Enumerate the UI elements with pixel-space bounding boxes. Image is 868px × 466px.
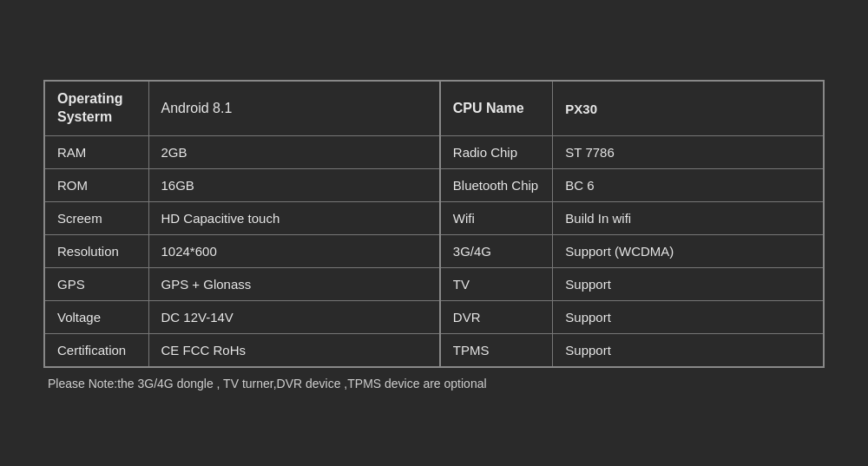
wifi-label: Wifi [440, 201, 553, 234]
os-label: OperatingSysterm [44, 81, 148, 135]
gps-value: GPS + Glonass [148, 267, 440, 300]
cpu-label: CPU Name [440, 81, 553, 135]
table-row: OperatingSysterm Android 8.1 CPU Name PX… [44, 81, 824, 135]
tv-label: TV [440, 267, 553, 300]
dvr-label: DVR [440, 300, 553, 333]
gps-label: GPS [44, 267, 148, 300]
table-row: ROM 16GB Bluetooth Chip BC 6 [44, 168, 824, 201]
radio-chip-value: ST 7786 [553, 135, 824, 168]
table-row: Resolution 1024*600 3G/4G Support (WCDMA… [44, 234, 824, 267]
cpu-value: PX30 [553, 81, 824, 135]
dvr-value: Support [553, 300, 824, 333]
os-value: Android 8.1 [148, 81, 440, 135]
resolution-value: 1024*600 [148, 234, 440, 267]
certification-label: Certification [44, 333, 148, 367]
voltage-label: Voltage [44, 300, 148, 333]
wifi-value: Build In wifi [553, 201, 824, 234]
radio-chip-label: Radio Chip [440, 135, 553, 168]
table-row: RAM 2GB Radio Chip ST 7786 [44, 135, 824, 168]
table-row: Voltage DC 12V-14V DVR Support [44, 300, 824, 333]
ram-value: 2GB [148, 135, 440, 168]
note-text: Please Note:the 3G/4G dongle , TV turner… [43, 377, 825, 391]
spec-container: OperatingSysterm Android 8.1 CPU Name PX… [17, 62, 851, 404]
spec-table: OperatingSysterm Android 8.1 CPU Name PX… [43, 80, 825, 368]
3g4g-value: Support (WCDMA) [553, 234, 824, 267]
table-row: GPS GPS + Glonass TV Support [44, 267, 824, 300]
tpms-value: Support [553, 333, 824, 367]
bluetooth-value: BC 6 [553, 168, 824, 201]
table-row: Screem HD Capacitive touch Wifi Build In… [44, 201, 824, 234]
ram-label: RAM [44, 135, 148, 168]
rom-label: ROM [44, 168, 148, 201]
certification-value: CE FCC RoHs [148, 333, 440, 367]
3g4g-label: 3G/4G [440, 234, 553, 267]
tv-value: Support [553, 267, 824, 300]
voltage-value: DC 12V-14V [148, 300, 440, 333]
bluetooth-label: Bluetooth Chip [440, 168, 553, 201]
table-row: Certification CE FCC RoHs TPMS Support [44, 333, 824, 367]
screen-value: HD Capacitive touch [148, 201, 440, 234]
screen-label: Screem [44, 201, 148, 234]
rom-value: 16GB [148, 168, 440, 201]
resolution-label: Resolution [44, 234, 148, 267]
tpms-label: TPMS [440, 333, 553, 367]
